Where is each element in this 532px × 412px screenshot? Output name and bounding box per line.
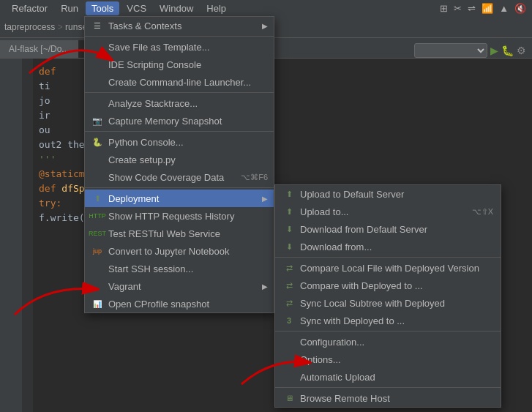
menu-item-restful[interactable]: REST Test RESTful Web Service [85, 225, 274, 242]
config-icon [282, 335, 296, 348]
menubar: Refactor Run Tools VCS Window Help ⊞ ✂ ⇌… [0, 0, 532, 16]
submenu-download-from[interactable]: ⬇ Download from... [275, 238, 501, 255]
cprofile-icon: 📊 [91, 297, 104, 310]
sync-local-icon: ⇄ [282, 296, 296, 310]
tasks-icon: ☰ [91, 19, 104, 32]
compare-deployed-icon: ⇄ [282, 279, 296, 292]
vagrant-arrow-icon: ▶ [262, 282, 268, 291]
memory-icon: 📷 [91, 114, 104, 127]
rest-icon: REST [91, 227, 104, 240]
compare-local-icon: ⇄ [282, 261, 296, 274]
save-template-icon [91, 40, 104, 53]
run-debug-button[interactable]: 🐛 [501, 45, 514, 56]
upload-to-shortcut: ⌥⇧X [472, 207, 493, 217]
menubar-item-tools[interactable]: Tools [86, 1, 119, 15]
vagrant-icon [91, 280, 104, 293]
submenu-configuration[interactable]: Configuration... [275, 333, 501, 351]
menubar-item-vcs[interactable]: VCS [121, 1, 152, 15]
menu-item-cprofile[interactable]: 📊 Open CProfile snapshot [85, 295, 274, 312]
menu-item-vagrant[interactable]: Vagrant ▶ [85, 277, 274, 295]
tab-ai-flask[interactable]: AI-flask [~/Do... [0, 40, 78, 58]
tools-dropdown-menu: ☰ Tasks & Contexts ▶ Save File as Templa… [84, 16, 274, 313]
grid-icon[interactable]: ⊞ [440, 3, 448, 14]
submenu-divider-3 [275, 387, 501, 388]
menu-item-tasks[interactable]: ☰ Tasks & Contexts ▶ [85, 17, 274, 34]
wifi-icon: 📶 [482, 3, 493, 14]
coverage-shortcut: ⌥⌘F6 [241, 173, 268, 182]
auto-upload-icon [282, 370, 296, 383]
menu-item-ide-console[interactable]: IDE Scripting Console [85, 56, 274, 73]
download-from-icon: ⬇ [282, 240, 296, 253]
submenu-upload-default[interactable]: ⬆ Upload to Default Server [275, 185, 501, 203]
menubar-item-help[interactable]: Help [201, 1, 232, 15]
submenu-divider-1 [275, 257, 501, 258]
submenu-browse-remote[interactable]: 🖥 Browse Remote Host [275, 389, 501, 407]
sync-icon[interactable]: ⇌ [468, 3, 476, 14]
menu-divider-2 [85, 92, 274, 93]
left-gutter [22, 59, 33, 412]
menu-item-deployment[interactable]: ⬆ Deployment ▶ [85, 190, 274, 207]
menu-item-cmdline[interactable]: Create Command-line Launcher... [85, 73, 274, 91]
mute-icon[interactable]: 🔇 [514, 3, 526, 14]
console-icon [91, 58, 104, 71]
submenu-auto-upload[interactable]: Automatic Upload [275, 368, 501, 386]
upload-to-icon: ⬆ [282, 205, 296, 218]
options-icon [282, 353, 296, 366]
menu-item-stacktrace[interactable]: Analyze Stacktrace... [85, 94, 274, 112]
run-config-select[interactable] [414, 43, 487, 58]
menu-divider-3 [85, 131, 274, 132]
menu-item-python-console[interactable]: 🐍 Python Console... [85, 133, 274, 151]
coverage-icon [91, 171, 104, 184]
menu-item-ssh[interactable]: Start SSH session... [85, 260, 274, 277]
python-icon: 🐍 [91, 135, 104, 149]
menubar-item-window[interactable]: Window [154, 1, 199, 15]
http-icon: HTTP [91, 209, 104, 222]
cut-icon[interactable]: ✂ [454, 3, 462, 14]
download-default-icon: ⬇ [282, 222, 296, 236]
menu-item-jupyter[interactable]: jup Convert to Jupyter Notebook [85, 242, 274, 260]
menu-item-coverage[interactable]: Show Code Coverage Data ⌥⌘F6 [85, 168, 274, 186]
submenu-divider-2 [275, 331, 501, 332]
run-config: ▶ 🐛 ⚙ [414, 43, 532, 58]
submenu-download-default[interactable]: ⬇ Download from Default Server [275, 220, 501, 238]
breadcrumb-tapreprocess: tapreprocess [4, 22, 55, 32]
stacktrace-icon [91, 97, 104, 110]
menu-item-http-history[interactable]: HTTP Show HTTP Requests History [85, 207, 274, 225]
menu-divider-1 [85, 36, 274, 37]
setup-icon [91, 153, 104, 166]
jupyter-icon: jup [91, 244, 104, 258]
run-play-button[interactable]: ▶ [490, 45, 498, 56]
deployment-icon: ⬆ [91, 192, 104, 205]
upload-default-icon: ⬆ [282, 187, 296, 201]
sync-deployed-icon: 3 [282, 314, 296, 327]
menu-item-memory[interactable]: 📷 Capture Memory Snapshot [85, 112, 274, 130]
tasks-arrow-icon: ▶ [262, 22, 268, 30]
cmdline-icon [91, 75, 104, 89]
submenu-sync-deployed[interactable]: 3 Sync with Deployed to ... [275, 312, 501, 329]
menu-item-save-template[interactable]: Save File as Template... [85, 38, 274, 56]
submenu-compare-local[interactable]: ⇄ Compare Local File with Deployed Versi… [275, 259, 501, 277]
menu-item-setup-py[interactable]: Create setup.py [85, 151, 274, 168]
submenu-compare-deployed[interactable]: ⇄ Compare with Deployed to ... [275, 277, 501, 294]
submenu-sync-local[interactable]: ⇄ Sync Local Subtree with Deployed [275, 294, 501, 312]
browse-remote-icon: 🖥 [282, 392, 296, 405]
menubar-item-refactor[interactable]: Refactor [6, 1, 53, 15]
submenu-upload-to[interactable]: ⬆ Upload to... ⌥⇧X [275, 203, 501, 220]
submenu-options[interactable]: Options... [275, 351, 501, 368]
run-settings-button[interactable]: ⚙ [517, 45, 526, 56]
deployment-arrow-icon: ▶ [262, 195, 268, 203]
menubar-item-run[interactable]: Run [55, 1, 84, 15]
ssh-icon [91, 262, 104, 275]
menu-divider-4 [85, 187, 274, 188]
left-sidebar [0, 59, 22, 412]
upload-status-icon: ▲ [499, 3, 509, 14]
deployment-submenu: ⬆ Upload to Default Server ⬆ Upload to..… [274, 184, 501, 408]
